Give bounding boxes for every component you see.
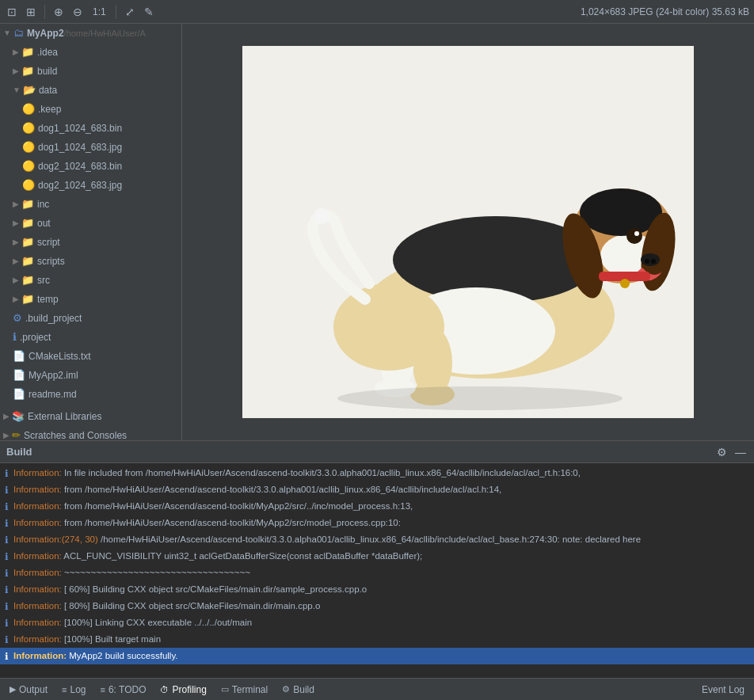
sidebar-item-temp[interactable]: ▶ 📁 temp <box>0 290 181 309</box>
sidebar-item-iml[interactable]: 📄 MyApp2.iml <box>0 366 181 385</box>
build-settings-icon[interactable]: ⚙ <box>714 445 729 459</box>
sidebar-item-readme[interactable]: 📄 readme.md <box>0 385 181 404</box>
src-arrow: ▶ <box>13 272 19 288</box>
edit-icon[interactable]: ✎ <box>142 5 156 19</box>
status-tab-event-log[interactable]: Event Log <box>695 683 751 697</box>
zoom-in-icon[interactable]: ⊕ <box>51 5 66 19</box>
build-msg-7-text: Information: ~~~~~~~~~~~~~~~~~~~~~~~~~~~… <box>13 565 250 580</box>
scripts-folder-icon: 📁 <box>21 253 34 269</box>
grid-icon[interactable]: ⊞ <box>24 5 38 19</box>
root-arrow: ▼ <box>3 25 11 41</box>
build-msg-11-text: Information: [100%] Built target main <box>13 632 161 646</box>
build-msg-4-icon: ℹ <box>5 516 9 531</box>
sidebar-item-external-libs[interactable]: ▶ 📚 External Libraries <box>0 407 181 426</box>
image-viewer <box>182 24 754 440</box>
scripts-label: scripts <box>37 253 65 269</box>
scratches-arrow: ▶ <box>3 428 10 440</box>
dog1-bin-label: dog1_1024_683.bin <box>38 120 122 136</box>
status-right-section: Event Log <box>695 683 751 697</box>
sidebar-item-build-project[interactable]: ⚙ .build_project <box>0 309 181 328</box>
build-msg-7-icon: ℹ <box>5 566 9 580</box>
sidebar-item-scripts[interactable]: ▶ 📁 scripts <box>0 252 181 271</box>
build-msg-4-text: Information: from /home/HwHiAiUser/Ascen… <box>13 515 401 530</box>
dog2-bin-icon: 🟡 <box>22 158 35 174</box>
sidebar-item-inc[interactable]: ▶ 📁 inc <box>0 195 181 214</box>
status-tab-log[interactable]: ≡ Log <box>55 683 92 697</box>
build-msg-8-text: Information: [ 60%] Building CXX object … <box>13 582 367 596</box>
scripts-arrow: ▶ <box>13 253 19 269</box>
build-msg-12-highlighted: ℹ Information: MyApp2 build successfully… <box>0 648 754 664</box>
build-panel: Build ⚙ — ℹ Information: In file include… <box>0 440 754 678</box>
build-msg-9-icon: ℹ <box>5 599 9 614</box>
keep-label: .keep <box>38 101 61 117</box>
status-tab-profiling[interactable]: ⏱ Profiling <box>154 683 212 697</box>
sidebar-item-scratches[interactable]: ▶ ✏ Scratches and Consoles <box>0 426 181 440</box>
build-msg-6: ℹ Information: ACL_FUNC_VISIBILITY uint3… <box>0 548 754 565</box>
sidebar-item-build[interactable]: ▶ 📁 build <box>0 62 181 81</box>
dog-image-svg <box>242 46 694 418</box>
data-arrow: ▼ <box>13 82 21 98</box>
temp-folder-icon: 📁 <box>21 291 34 307</box>
sidebar-item-script[interactable]: ▶ 📁 script <box>0 233 181 252</box>
sidebar-item-src[interactable]: ▶ 📁 src <box>0 271 181 290</box>
sidebar-item-data[interactable]: ▼ 📂 data <box>0 81 181 100</box>
build-msg-10-text: Information: [100%] Linking CXX executab… <box>13 615 252 630</box>
output-tab-icon: ▶ <box>10 684 16 694</box>
idea-label: .idea <box>37 44 58 60</box>
build-label: build <box>37 63 57 79</box>
keep-file-icon: 🟡 <box>22 101 35 117</box>
sidebar-item-dog1-jpg[interactable]: 🟡 dog1_1024_683.jpg <box>0 138 181 157</box>
ext-libs-icon: 📚 <box>12 409 25 424</box>
build-panel-header: Build ⚙ — <box>0 441 754 463</box>
dog2-jpg-icon: 🟡 <box>22 177 35 193</box>
status-tab-terminal[interactable]: ▭ Terminal <box>215 683 274 697</box>
build-msg-2: ℹ Information: from /home/HwHiAiUser/Asc… <box>0 481 754 498</box>
dog1-bin-icon: 🟡 <box>22 120 35 136</box>
temp-label: temp <box>37 291 59 307</box>
sidebar-item-dog2-jpg[interactable]: 🟡 dog2_1024_683.jpg <box>0 176 181 195</box>
sidebar-item-cmake[interactable]: 📄 CMakeLists.txt <box>0 347 181 366</box>
build-project-icon: ⚙ <box>13 310 22 326</box>
project-root[interactable]: ▼ 🗂 MyApp2 /home/HwHiAiUser/A <box>0 24 181 43</box>
status-tab-build[interactable]: ⚙ Build <box>276 683 321 697</box>
build-msg-5-icon: ℹ <box>5 533 9 547</box>
build-msg-7: ℹ Information: ~~~~~~~~~~~~~~~~~~~~~~~~~… <box>0 565 754 581</box>
expand-icon[interactable]: ⤢ <box>123 5 137 19</box>
build-minimize-icon[interactable]: — <box>733 445 748 459</box>
idea-arrow: ▶ <box>13 44 19 60</box>
svg-point-20 <box>333 283 444 371</box>
script-label: script <box>37 234 60 250</box>
build-msg-6-text: Information: ACL_FUNC_VISIBILITY uint32_… <box>13 549 422 563</box>
profiling-tab-icon: ⏱ <box>160 685 169 694</box>
build-msg-11: ℹ Information: [100%] Built target main <box>0 631 754 648</box>
sidebar-item-dog2-bin[interactable]: 🟡 dog2_1024_683.bin <box>0 157 181 176</box>
iml-label: MyApp2.iml <box>29 367 78 383</box>
image-info: 1,024×683 JPEG (24-bit color) 35.63 kB <box>581 6 749 17</box>
build-msg-2-text: Information: from /home/HwHiAiUser/Ascen… <box>13 482 501 496</box>
build-messages-list: ℹ Information: In file included from /ho… <box>0 463 754 678</box>
zoom-out-icon[interactable]: ⊖ <box>70 5 85 19</box>
build-msg-1: ℹ Information: In file included from /ho… <box>0 465 754 481</box>
sidebar-item-dog1-bin[interactable]: 🟡 dog1_1024_683.bin <box>0 119 181 138</box>
fit-page-icon[interactable]: ⊡ <box>5 5 19 19</box>
build-tab-label: Build <box>293 684 314 695</box>
todo-tab-label: 6: TODO <box>109 684 147 695</box>
project-file-icon: ℹ <box>13 329 17 345</box>
script-folder-icon: 📁 <box>21 234 34 250</box>
zoom-level-label: 1:1 <box>93 6 106 17</box>
toolbar-separator-1 <box>44 5 45 19</box>
sidebar-item-out[interactable]: ▶ 📁 out <box>0 214 181 233</box>
status-tab-output[interactable]: ▶ Output <box>3 683 54 697</box>
status-tab-todo[interactable]: ≡ 6: TODO <box>93 683 152 697</box>
data-label: data <box>39 82 57 98</box>
idea-folder-icon: 📁 <box>21 44 34 60</box>
data-folder-icon: 📂 <box>23 82 36 98</box>
status-bar: ▶ Output ≡ Log ≡ 6: TODO ⏱ Profiling ▭ T… <box>0 678 754 700</box>
sidebar-item-idea[interactable]: ▶ 📁 .idea <box>0 43 181 62</box>
svg-point-15 <box>620 279 630 288</box>
svg-point-10 <box>634 231 639 236</box>
inc-folder-icon: 📁 <box>21 196 34 212</box>
sidebar-item-keep[interactable]: 🟡 .keep <box>0 100 181 119</box>
sidebar-item-project[interactable]: ℹ .project <box>0 328 181 347</box>
build-msg-9: ℹ Information: [ 80%] Building CXX objec… <box>0 598 754 614</box>
